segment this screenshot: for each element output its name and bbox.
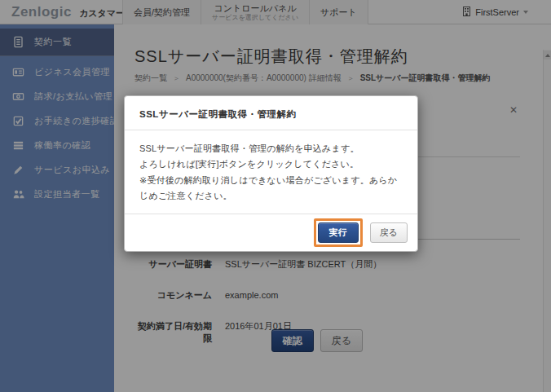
dialog-body: SSLサーバー証明書取得・管理の解約を申込みます。 よろしければ[実行]ボタンを… (125, 130, 417, 214)
dialog-title: SSLサーバー証明書取得・管理解約 (139, 109, 296, 119)
dialog-footer: 実行 戻る (125, 214, 417, 251)
cancellation-confirm-dialog: SSLサーバー証明書取得・管理解約 SSLサーバー証明書取得・管理の解約を申込み… (124, 95, 418, 252)
execute-button-highlight: 実行 (314, 218, 363, 247)
dialog-message-line: よろしければ[実行]ボタンをクリックしてください。 (139, 156, 403, 172)
dialog-message-line: ※受付後の解約取り消しはできない場合がございます。あらかじめご注意ください。 (139, 173, 403, 205)
dialog-header: SSLサーバー証明書取得・管理解約 (125, 96, 417, 130)
dialog-back-button[interactable]: 戻る (370, 222, 408, 243)
dialog-message-line: SSLサーバー証明書取得・管理の解約を申込みます。 (139, 141, 403, 156)
execute-button[interactable]: 実行 (318, 222, 359, 243)
